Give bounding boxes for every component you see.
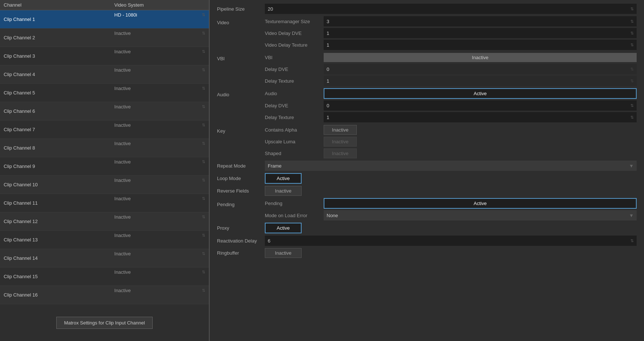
- reverse-fields-button[interactable]: Inactive: [265, 186, 302, 196]
- channel-status-cell: Inactive ⇅: [111, 65, 209, 75]
- vbi-delay-texture-row: Delay Texture 1 ⇅: [265, 76, 637, 86]
- channel-status-cell: Inactive ⇅: [111, 286, 209, 295]
- channel-status-cell: Inactive ⇅: [111, 84, 209, 93]
- channel-status-cell: Inactive ⇅: [111, 102, 209, 111]
- shaped-label: Shaped: [265, 151, 324, 156]
- mode-on-load-error-row: Mode on Load Error None ▼: [265, 210, 637, 220]
- reactivation-delay-spinner: ⇅: [630, 238, 634, 243]
- vbi-toggle-row: VBI Inactive: [265, 52, 637, 62]
- video-delay-dve-label: Video Delay DVE: [265, 30, 324, 36]
- pending-toggle-button[interactable]: Active: [324, 198, 637, 209]
- pipeline-size-label: Pipeline Size: [217, 6, 265, 12]
- audio-delay-texture-value-box[interactable]: 1 ⇅: [324, 112, 637, 122]
- table-row[interactable]: Clip Channel 15 Inactive ⇅: [0, 268, 209, 286]
- reactivation-delay-value: 6: [268, 238, 270, 244]
- table-row[interactable]: Clip Channel 14 Inactive ⇅: [0, 249, 209, 268]
- vbi-delay-texture-value-box[interactable]: 1 ⇅: [324, 76, 637, 86]
- reverse-fields-row: Reverse Fields Inactive: [217, 186, 637, 196]
- left-panel: Channel Video System Clip Channel 1 HD -…: [0, 0, 210, 341]
- repeat-mode-label: Repeat Mode: [217, 163, 265, 169]
- pipeline-size-value: 20: [268, 6, 273, 12]
- table-row[interactable]: Clip Channel 11 Inactive ⇅: [0, 194, 209, 212]
- texturemanager-value-box[interactable]: 3 ⇅: [324, 16, 637, 26]
- audio-toggle-label: Audio: [265, 91, 324, 96]
- pipeline-size-value-box[interactable]: 20 ⇅: [265, 4, 637, 14]
- audio-delay-dve-value-box[interactable]: 0 ⇅: [324, 100, 637, 111]
- audio-delay-texture-label: Delay Texture: [265, 115, 324, 120]
- reactivation-delay-label: Reactivation Delay: [217, 238, 265, 244]
- channel-name-cell: Clip Channel 12: [0, 212, 111, 231]
- table-row[interactable]: Clip Channel 5 Inactive ⇅: [0, 84, 209, 102]
- table-row[interactable]: Clip Channel 12 Inactive ⇅: [0, 212, 209, 231]
- vbi-section-label: VBI: [217, 52, 265, 61]
- channel-name-cell: Clip Channel 5: [0, 84, 111, 102]
- table-row[interactable]: Clip Channel 4 Inactive ⇅: [0, 65, 209, 84]
- pending-section-row: Pending Pending Active Mode on Load Erro…: [217, 198, 637, 220]
- audio-delay-dve-row: Delay DVE 0 ⇅: [265, 100, 637, 111]
- vbi-settings-content: VBI Inactive Delay DVE 0 ⇅ Delay Texture…: [265, 52, 637, 86]
- channel-status-cell: Inactive ⇅: [111, 194, 209, 203]
- audio-delay-texture-row: Delay Texture 1 ⇅: [265, 112, 637, 122]
- main-container: Channel Video System Clip Channel 1 HD -…: [0, 0, 644, 341]
- repeat-mode-value: Frame: [268, 163, 282, 169]
- channel-status-cell: Inactive ⇅: [111, 249, 209, 258]
- upscale-luma-button[interactable]: Inactive: [324, 137, 357, 147]
- channel-status-cell: Inactive ⇅: [111, 268, 209, 277]
- video-delay-dve-row: Video Delay DVE 1 ⇅: [265, 28, 637, 38]
- table-row[interactable]: Clip Channel 10 Inactive ⇅: [0, 176, 209, 194]
- table-row[interactable]: Clip Channel 6 Inactive ⇅: [0, 102, 209, 121]
- mode-on-load-error-dropdown[interactable]: None ▼: [324, 210, 637, 220]
- channel-status-cell: Inactive ⇅: [111, 176, 209, 185]
- contains-alpha-button[interactable]: Inactive: [324, 125, 357, 135]
- vbi-delay-texture-value: 1: [327, 78, 329, 84]
- audio-toggle-button[interactable]: Active: [324, 88, 637, 99]
- texturemanager-spinner: ⇅: [630, 19, 634, 24]
- audio-section-label: Audio: [217, 88, 265, 97]
- vbi-delay-dve-value-box[interactable]: 0 ⇅: [324, 64, 637, 74]
- right-panel: Pipeline Size 20 ⇅ Video Texturemanager …: [210, 0, 644, 341]
- reactivation-delay-value-box[interactable]: 6 ⇅: [265, 236, 637, 246]
- channel-status-cell: Inactive ⇅: [111, 29, 209, 38]
- video-section-label: Video: [217, 16, 265, 25]
- mode-on-load-error-arrow: ▼: [629, 213, 634, 218]
- table-row[interactable]: Clip Channel 13 Inactive ⇅: [0, 231, 209, 249]
- reactivation-delay-row: Reactivation Delay 6 ⇅: [217, 236, 637, 246]
- shaped-button[interactable]: Inactive: [324, 148, 357, 158]
- channel-status-cell: Inactive ⇅: [111, 212, 209, 222]
- table-row[interactable]: Clip Channel 8 Inactive ⇅: [0, 139, 209, 157]
- video-delay-texture-value-box[interactable]: 1 ⇅: [324, 40, 637, 50]
- channel-status-cell: Inactive ⇅: [111, 139, 209, 148]
- audio-settings-content: Audio Active Delay DVE 0 ⇅ Delay Texture…: [265, 88, 637, 122]
- pending-settings-content: Pending Active Mode on Load Error None ▼: [265, 198, 637, 220]
- ringbuffer-button[interactable]: Inactive: [265, 248, 302, 258]
- vbi-toggle-label: VBI: [265, 55, 324, 60]
- video-delay-dve-value-box[interactable]: 1 ⇅: [324, 28, 637, 38]
- loop-mode-label: Loop Mode: [217, 176, 265, 181]
- shaped-row: Shaped Inactive: [265, 148, 637, 158]
- channel-status-cell: Inactive ⇅: [111, 157, 209, 166]
- table-row[interactable]: Clip Channel 3 Inactive ⇅: [0, 47, 209, 65]
- audio-delay-dve-spinner: ⇅: [630, 103, 634, 108]
- repeat-mode-row: Repeat Mode Frame ▼: [217, 161, 637, 171]
- repeat-mode-dropdown[interactable]: Frame ▼: [265, 161, 637, 171]
- audio-section-row: Audio Audio Active Delay DVE 0 ⇅ Delay T…: [217, 88, 637, 122]
- table-row[interactable]: Clip Channel 16 Inactive ⇅: [0, 286, 209, 304]
- table-row[interactable]: Clip Channel 2 Inactive ⇅: [0, 29, 209, 47]
- channel-status-cell: Inactive ⇅: [111, 47, 209, 56]
- table-row[interactable]: Clip Channel 9 Inactive ⇅: [0, 157, 209, 176]
- table-row[interactable]: Clip Channel 1 HD - 1080i ⇅: [0, 10, 209, 29]
- vbi-toggle-button[interactable]: Inactive: [324, 53, 637, 62]
- pending-section-label: Pending: [217, 198, 265, 207]
- channel-name-cell: Clip Channel 2: [0, 29, 111, 47]
- proxy-button[interactable]: Active: [265, 223, 302, 233]
- proxy-row: Proxy Active: [217, 223, 637, 233]
- loop-mode-button[interactable]: Active: [265, 173, 302, 184]
- matrox-settings-button[interactable]: Matrox Settings for Clip Input Channel: [56, 317, 153, 329]
- col-channel-header: Channel: [0, 0, 111, 10]
- video-delay-texture-label: Video Delay Texture: [265, 42, 324, 48]
- channel-name-cell: Clip Channel 1: [0, 10, 111, 29]
- vbi-delay-dve-row: Delay DVE 0 ⇅: [265, 64, 637, 74]
- table-row[interactable]: Clip Channel 7 Inactive ⇅: [0, 121, 209, 139]
- vbi-delay-texture-spinner: ⇅: [630, 79, 634, 83]
- mode-on-load-error-label: Mode on Load Error: [265, 213, 324, 218]
